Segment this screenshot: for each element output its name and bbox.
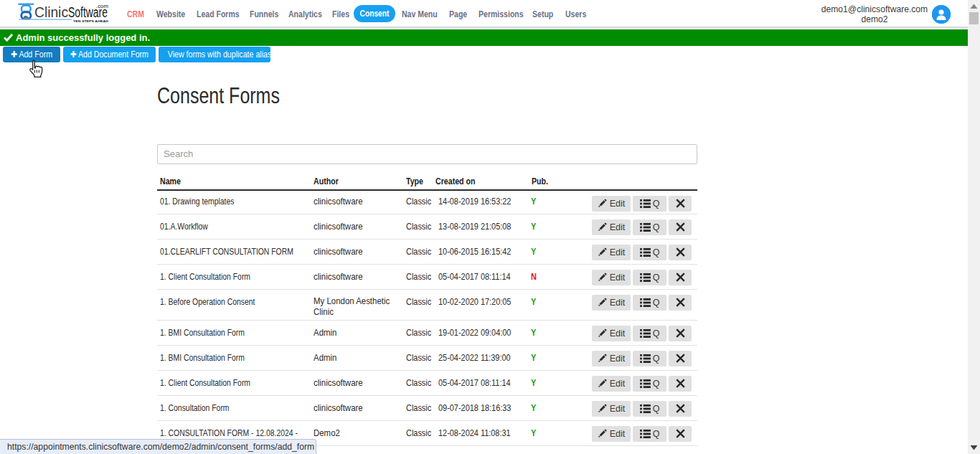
svg-text:TEN STEPS AHEAD: TEN STEPS AHEAD — [73, 19, 108, 22]
svg-text:.com: .com — [96, 3, 108, 9]
svg-text:Clinic: Clinic — [34, 4, 68, 20]
